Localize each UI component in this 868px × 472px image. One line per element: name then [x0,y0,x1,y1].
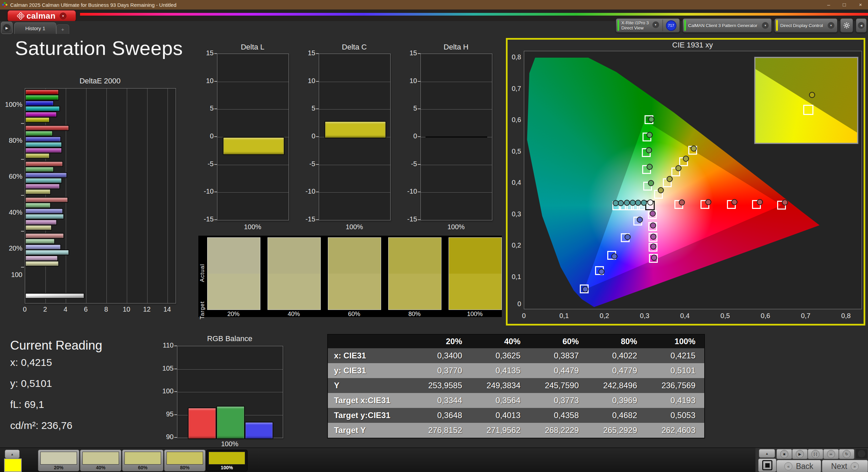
stop-button[interactable]: ■ [776,449,792,459]
disabled-circle-icon [858,450,865,457]
patch-button-20%[interactable]: 20% [38,450,79,471]
calman-menu-button[interactable]: calman ▼ [7,10,76,22]
refresh-icon: ↻ [843,450,851,458]
delta_h-y-tick: 0 [403,132,417,140]
sidebar-expander-button[interactable]: ▶ [1,22,13,34]
table-cell-value: 0,5101 [646,363,704,378]
cie-x-tick: 0,5 [715,312,735,320]
close-button[interactable]: × [854,0,867,9]
cie-measured-marker-cyan [613,200,619,206]
deltae-group-label: 100% [1,101,22,109]
deltae-bar-magenta [25,183,60,189]
delta-h-title: Delta H [420,43,492,52]
swatch-panel-80% [388,237,441,310]
deltae-bar-blue [25,172,67,178]
deltae-bar-red [25,233,64,239]
next-button[interactable]: Next » [822,460,868,472]
patch-button-60%[interactable]: 60% [122,450,163,471]
deltae-bar-blue [25,100,54,106]
delta_l-y-tick: -10 [199,188,214,195]
meter-count-badge: 717 [666,20,676,31]
add-tab-button[interactable]: + [56,24,69,34]
rgb-axis-tick [174,369,177,369]
deltae-bar-magenta [25,148,62,153]
gear-icon [843,22,850,29]
table-cell-value: 0,3400 [413,348,471,363]
delta_l-axis-tick [214,136,217,137]
meter-dropdown[interactable]: X-Rite i1Pro 3 Direct View ▼ 717 [616,18,680,33]
patch-button-100%[interactable]: 100% [206,450,248,471]
delta_h-axis-tick [418,81,420,82]
patch-button-80%[interactable]: 80% [164,450,205,471]
patch-label: 80% [164,465,205,470]
table-cell-value: 0,3625 [471,348,529,363]
collapse-toolbar-button[interactable]: ◀ [856,18,867,33]
gridline [421,82,492,82]
table-row: x: CIE310,34000,36250,38370,40220,4215 [328,348,704,363]
menu-chevron-down-icon: ▼ [60,13,66,19]
table-column-header: 20% [413,335,471,348]
double-chevron-left-icon: « [784,462,792,470]
cie-measured-marker-yellow [683,156,689,162]
deltae-bar-red [25,161,63,167]
minimize-button[interactable]: – [822,0,835,9]
table-cell-value: 242,8496 [588,378,646,393]
deltae-group-label: 100 [1,271,22,279]
back-button[interactable]: « Back [776,460,821,472]
delta_h-axis-tick [418,136,420,137]
measure-continuous-icon: ∞ [827,450,835,458]
swatch-actual-60% [328,238,381,274]
measure-once-button[interactable]: [·] [808,449,823,459]
delta_c-axis-tick [316,164,319,165]
chevron-up-icon: ▲ [11,452,14,456]
tab-history-1[interactable]: History 1 [14,22,56,34]
deltae-bar-blue [25,136,61,142]
patch-button-40%[interactable]: 40% [80,450,121,471]
refresh-button[interactable]: ↻ [839,449,854,459]
deltae-group-label: 40% [1,209,22,216]
cie-measured-marker-blue [611,253,617,259]
cie-y-tick: 0,4 [506,179,521,186]
gridline [319,165,390,165]
gridline [167,88,168,303]
deltae-axis-tick [21,195,24,196]
swatch-panel-20% [207,237,260,310]
swatch-actual-20% [208,238,260,274]
delta_h-x-label: 100% [420,223,492,231]
deltae-x-tick: 8 [99,306,113,313]
restore-button[interactable]: □ [837,0,851,9]
play-button[interactable]: ▶ [792,449,808,459]
patch-label: 60% [122,465,163,470]
table-column-header: 80% [588,335,646,348]
tab-history-label: History 1 [25,25,45,31]
cie-measured-marker-red [679,199,685,205]
current-reading-title: Current Reading [10,338,102,353]
deltae-axis-tick [21,159,24,160]
settings-button[interactable] [840,18,853,33]
measure-continuous-button[interactable]: ∞ [823,449,839,459]
table-cell-value: 249,3834 [471,378,529,393]
cie-measured-marker-magenta [651,255,657,261]
cie-measured-marker-magenta [650,222,656,229]
expand-patch-panel-button[interactable]: ▲ [5,450,20,458]
delta_l-axis-tick [214,219,217,220]
pattern-generator-dropdown[interactable]: CalMAN Client 3 Pattern Generator ▼ [683,18,772,33]
gridline [86,88,86,303]
actual-target-swatch-strip: Actual Target 20%40%60%80%100% [198,236,502,317]
deltae-bar-green [25,95,59,100]
delta_c-x-label: 100% [319,223,390,231]
display-control-dropdown[interactable]: Direct Display Control ▼ [774,18,837,33]
play-icon: ▶ [796,450,804,458]
table-cell-value: 268,2229 [529,423,588,438]
chevron-left-icon: ◀ [858,22,865,29]
delta_h-y-tick: -10 [403,188,417,195]
pattern-window-button[interactable] [758,458,776,472]
patch-label: 100% [206,465,247,470]
table-cell-value: 0,4135 [471,363,529,378]
gridline [319,109,390,110]
cie-y-tick: 0,2 [506,241,521,249]
delta_c-y-tick: -10 [301,188,315,195]
collapse-transport-button[interactable]: ▲ [759,449,775,458]
patch-color-100% [209,452,245,465]
delta-l-title: Delta L [217,43,288,52]
